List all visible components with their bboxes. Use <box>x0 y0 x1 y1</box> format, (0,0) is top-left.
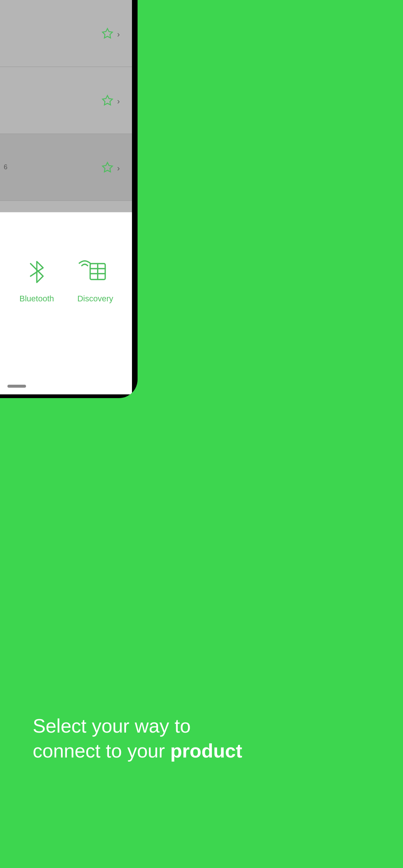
bluetooth-option[interactable]: Bluetooth <box>11 255 63 304</box>
chevron-icon: › <box>117 97 125 104</box>
phone-bottom-panel: Bluetooth <box>0 212 132 394</box>
tagline-section: Select your way to connect to your produ… <box>33 714 384 764</box>
star-icon <box>101 161 113 173</box>
svg-marker-0 <box>103 28 113 38</box>
list-row[interactable]: › <box>0 67 132 134</box>
bluetooth-icon <box>20 255 54 289</box>
tagline-text: Select your way to connect to your produ… <box>33 714 384 764</box>
home-indicator <box>7 385 26 388</box>
bluetooth-label: Bluetooth <box>19 294 54 304</box>
discovery-option[interactable]: Discovery <box>69 255 121 304</box>
discovery-label: Discovery <box>77 294 113 304</box>
star-icon <box>101 28 113 39</box>
tagline-line1: Select your way to <box>33 715 191 737</box>
chevron-icon: › <box>117 30 125 37</box>
row-number: 6 <box>4 163 7 171</box>
list-row[interactable]: 6 › <box>0 134 132 201</box>
phone-mockup: › › 6 <box>0 0 141 402</box>
connection-options-row: Bluetooth <box>0 212 132 331</box>
star-icon <box>101 95 113 106</box>
phone-screen: › › 6 <box>0 0 132 394</box>
tagline-product: product <box>170 740 242 762</box>
phone-shell: › › 6 <box>0 0 138 398</box>
tagline-line2-prefix: connect to your <box>33 740 170 762</box>
chevron-icon: › <box>117 164 125 171</box>
discovery-icon <box>78 255 112 289</box>
svg-marker-2 <box>103 162 113 172</box>
svg-marker-1 <box>103 95 113 105</box>
list-row[interactable]: › <box>0 0 132 67</box>
list-area: › › 6 <box>0 0 132 212</box>
